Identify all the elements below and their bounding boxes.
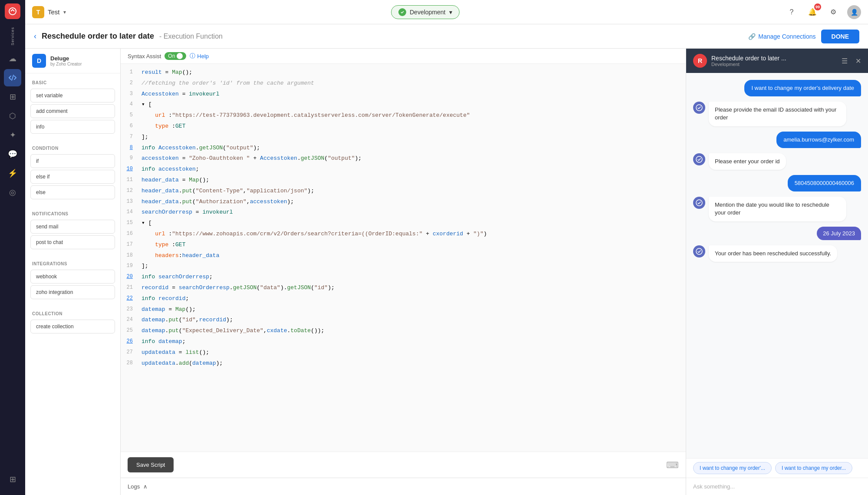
- chat-header-info: Reschedule order to later ... Developmen…: [711, 55, 786, 67]
- svg-point-2: [696, 105, 702, 111]
- sidebar-item-circle[interactable]: ◎: [4, 184, 21, 201]
- back-button[interactable]: ‹: [34, 32, 36, 41]
- help-button-editor[interactable]: ⓘ Help: [190, 52, 209, 60]
- sidebar-item-chat[interactable]: 💬: [4, 145, 21, 163]
- app-logo[interactable]: [5, 3, 20, 19]
- settings-button[interactable]: ⚙: [826, 5, 840, 19]
- help-circle-icon: ⓘ: [190, 52, 195, 60]
- block-else-if[interactable]: else if: [30, 170, 115, 184]
- suggestion-chip-1[interactable]: I want to change my order'...: [693, 462, 772, 474]
- chat-messages: I want to change my order's delivery dat…: [686, 73, 868, 458]
- block-zoho-integration[interactable]: zoho integration: [30, 285, 115, 299]
- bot-text-2: Please enter your order id: [709, 153, 786, 170]
- code-line-21: 21 recordid = searchOrderresp.getJSON("d…: [121, 283, 686, 294]
- code-line-26: 26 info datemap;: [121, 337, 686, 347]
- syntax-assist-section: Syntax Assist On ⓘ Help: [128, 52, 209, 60]
- toggle-label: On: [168, 53, 175, 59]
- sidebar-item-hex[interactable]: ⬡: [4, 107, 21, 125]
- environment-section: Development ▾: [71, 5, 779, 19]
- syntax-assist-toggle[interactable]: On: [164, 52, 186, 60]
- bot-icon-3: [693, 197, 705, 209]
- code-line-20: 20 info searchOrderresp;: [121, 272, 686, 283]
- blocks-panel: D Deluge by Zoho Creator BASIC set varia…: [25, 49, 121, 495]
- workspace-chevron-icon[interactable]: ▾: [63, 9, 66, 15]
- section-title-notifications: NOTIFICATIONS: [30, 208, 115, 218]
- chat-close-icon[interactable]: ✕: [855, 57, 861, 65]
- code-line-23: 23 datemap = Map();: [121, 304, 686, 315]
- section-title-basic: BASIC: [30, 77, 115, 87]
- block-info[interactable]: info: [30, 120, 115, 134]
- user-avatar[interactable]: 👤: [847, 5, 861, 19]
- notification-count: 99: [814, 3, 821, 10]
- chat-message-date: 26 July 2023: [693, 227, 861, 240]
- deluge-name: Deluge: [50, 55, 82, 62]
- sidebar-item-code[interactable]: [4, 69, 21, 86]
- code-line-27: 27 updatedata = list();: [121, 347, 686, 358]
- svg-point-5: [696, 248, 702, 254]
- environment-badge[interactable]: Development ▾: [391, 5, 460, 19]
- suggestion-chip-2[interactable]: I want to change my order...: [775, 462, 852, 474]
- blocks-section-integrations: INTEGRATIONS webhook zoho integration: [25, 254, 120, 304]
- chat-header: R Reschedule order to later ... Developm…: [686, 49, 868, 73]
- code-line-18: 18 headers:header_data: [121, 251, 686, 261]
- editor-container: D Deluge by Zoho Creator BASIC set varia…: [25, 49, 868, 495]
- block-else[interactable]: else: [30, 185, 115, 199]
- block-send-mail[interactable]: send mail: [30, 220, 115, 234]
- notification-button[interactable]: 🔔 99: [806, 5, 819, 19]
- sidebar: Services ☁ ⊞ ⬡ ✦ 💬 ⚡ ◎ ⊞: [0, 0, 25, 495]
- save-script-button[interactable]: Save Script: [128, 457, 174, 472]
- sidebar-item-star[interactable]: ✦: [4, 126, 21, 144]
- manage-connections-button[interactable]: 🔗 Manage Connections: [748, 33, 815, 40]
- code-line-22: 22 info recordid;: [121, 294, 686, 304]
- block-if[interactable]: if: [30, 154, 115, 168]
- block-webhook[interactable]: webhook: [30, 270, 115, 284]
- code-line-25: 25 datemap.put("Expected_Delivery_Date",…: [121, 326, 686, 337]
- main-content: T Test ▾ Development ▾ ? 🔔 99 ⚙ 👤 ‹: [25, 0, 868, 495]
- chat-suggestions: I want to change my order'... I want to …: [686, 458, 868, 478]
- block-add-comment[interactable]: add comment: [30, 104, 115, 118]
- environment-label: Development: [410, 9, 446, 16]
- sidebar-item-cloud[interactable]: ☁: [4, 50, 21, 67]
- block-create-collection[interactable]: create collection: [30, 320, 115, 333]
- code-content[interactable]: 1 result = Map(); 2 //fetching the order…: [121, 64, 686, 452]
- chat-message-user-3: 5804508000000460006: [693, 175, 861, 191]
- user-bubble-3: 5804508000000460006: [788, 175, 861, 191]
- logs-chevron-icon[interactable]: ∧: [143, 483, 148, 490]
- code-line-13: 13 header_data.put("Authorization",acces…: [121, 197, 686, 208]
- code-line-12: 12 header_data.put("Content-Type","appli…: [121, 186, 686, 197]
- syntax-assist-label: Syntax Assist: [128, 53, 161, 59]
- help-button[interactable]: ?: [785, 5, 799, 19]
- chat-panel: R Reschedule order to later ... Developm…: [686, 49, 868, 495]
- bot-text-3: Mention the date you would like to resch…: [709, 197, 846, 221]
- top-bar: T Test ▾ Development ▾ ? 🔔 99 ⚙ 👤: [25, 0, 868, 24]
- code-line-15: 15 ▾ [: [121, 218, 686, 229]
- sidebar-item-grid[interactable]: ⊞: [4, 88, 21, 106]
- code-toolbar: Syntax Assist On ⓘ Help: [121, 49, 686, 64]
- toggle-circle-icon: [177, 53, 183, 59]
- chat-message-bot-2: Please enter your order id: [693, 153, 861, 170]
- sidebar-item-bolt[interactable]: ⚡: [4, 165, 21, 182]
- chat-input[interactable]: [693, 483, 861, 490]
- chat-message-bot-4: Your order has been rescheduled successf…: [693, 245, 861, 262]
- sidebar-item-apps[interactable]: ⊞: [4, 471, 21, 488]
- blocks-section-condition: CONDITION if else if else: [25, 139, 120, 205]
- code-line-10: 10 info accesstoken;: [121, 164, 686, 175]
- svg-point-0: [9, 8, 16, 15]
- code-line-16: 16 url :"https://www.zohoapis.com/crm/v2…: [121, 229, 686, 240]
- code-line-9: 9 accesstoken = "Zoho-Oauthtoken " + Acc…: [121, 153, 686, 164]
- code-line-17: 17 type :GET: [121, 240, 686, 251]
- chat-menu-icon[interactable]: ☰: [842, 57, 848, 65]
- code-line-2: 2 //fetching the order's 'id' from the c…: [121, 78, 686, 89]
- block-set-variable[interactable]: set variable: [30, 89, 115, 102]
- section-title-integrations: INTEGRATIONS: [30, 258, 115, 268]
- code-line-24: 24 datemap.put("id",recordid);: [121, 315, 686, 326]
- done-button[interactable]: DONE: [821, 30, 859, 43]
- deluge-info: Deluge by Zoho Creator: [50, 55, 82, 66]
- logs-bar[interactable]: Logs ∧: [121, 478, 686, 495]
- sidebar-services-label: Services: [10, 24, 15, 48]
- bot-icon-2: [693, 153, 705, 165]
- chat-message-bot-1: Please provide the email ID associated w…: [693, 102, 861, 126]
- logs-label: Logs: [128, 483, 140, 490]
- env-dot-icon: [398, 8, 406, 16]
- block-post-to-chat[interactable]: post to chat: [30, 235, 115, 249]
